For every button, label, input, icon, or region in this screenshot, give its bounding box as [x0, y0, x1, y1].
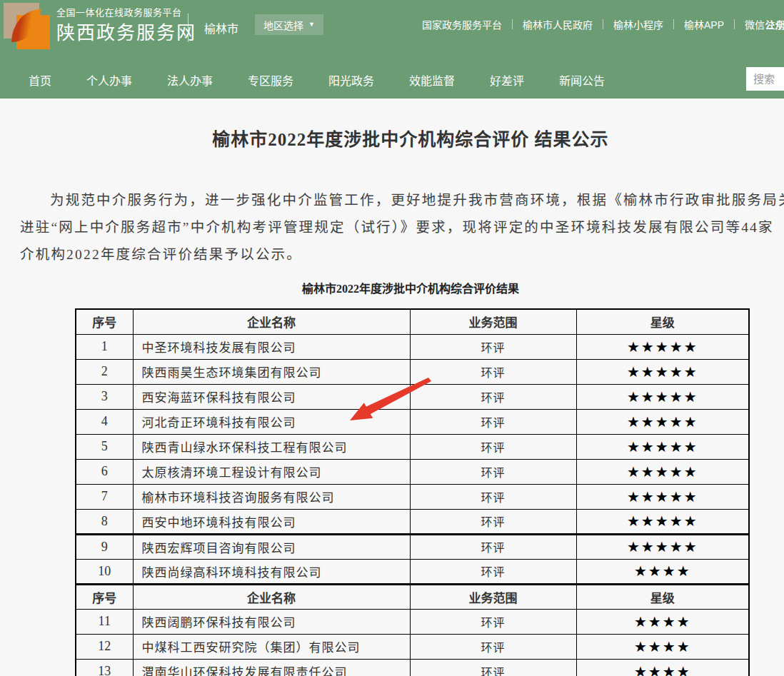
page: 全国一体化在线政务服务平台 陕西政务服务网 榆林市 地区选择 ▼ 国家政务服务平…: [0, 0, 784, 676]
table-row: 12中煤科工西安研究院（集团）有限公司环评★★★★: [76, 634, 749, 659]
cell-no: 3: [76, 384, 133, 409]
chevron-down-icon: ▼: [308, 21, 315, 28]
cell-name: 陕西尚绿高科环境科技有限公司: [133, 559, 410, 584]
cell-name: 陕西宏辉项目咨询有限公司: [133, 534, 410, 559]
cell-scope: 环评: [410, 459, 576, 484]
cell-scope: 环评: [410, 484, 576, 509]
cell-stars: ★★★★: [576, 559, 749, 584]
nav-item[interactable]: 首页: [29, 71, 51, 89]
cell-scope: 环评: [410, 434, 576, 459]
cell-name: 渭南华山环保科技发展有限责任公司: [133, 659, 410, 676]
table-row: 11陕西阔鹏环保科技有限公司环评★★★★: [76, 609, 749, 634]
cell-no: 13: [76, 659, 133, 676]
nav-item[interactable]: 个人办事: [86, 71, 132, 89]
column-header: 业务范围: [410, 584, 576, 609]
main-nav: 首页个人办事法人办事专区服务阳光政务效能监督好差评新闻公告: [29, 66, 605, 94]
announcement-document: 榆林市2022年度涉批中介机构综合评价 结果公示 为规范中介服务行为，进一步强化…: [0, 127, 784, 676]
table-row: 6太原核清环境工程设计有限公司环评★★★★★: [76, 459, 749, 484]
table-row: 5陕西青山绿水环保科技工程有限公司环评★★★★★: [76, 434, 749, 459]
cell-name: 河北奇正环境科技有限公司: [133, 409, 410, 434]
table-caption: 榆林市2022年度涉批中介机构综合评价结果: [0, 281, 784, 297]
cell-no: 1: [76, 334, 133, 359]
table-row: 7榆林市环境科技咨询服务有限公司环评★★★★★: [76, 484, 749, 509]
cell-no: 9: [76, 534, 133, 559]
cell-stars: ★★★★★: [576, 484, 749, 509]
cell-no: 12: [76, 634, 133, 659]
header-link[interactable]: 国家政务服务平台: [412, 17, 512, 31]
cell-stars: ★★★★: [576, 659, 749, 676]
cell-no: 4: [76, 409, 133, 434]
cell-scope: 环评: [410, 359, 576, 384]
region-selector-button[interactable]: 地区选择 ▼: [255, 14, 323, 35]
cell-no: 2: [76, 359, 133, 384]
cell-scope: 环评: [410, 384, 576, 409]
cell-stars: ★★★★★: [576, 334, 749, 359]
nav-item[interactable]: 好差评: [490, 71, 524, 89]
cell-name: 陕西雨昊生态环境集团有限公司: [133, 359, 410, 384]
table-header-row: 序号企业名称业务范围星级: [76, 309, 749, 334]
table-wrap: 序号企业名称业务范围星级1中圣环境科技发展有限公司环评★★★★★2陕西雨昊生态环…: [75, 308, 748, 676]
header-link[interactable]: 榆林小程序: [603, 17, 673, 31]
table-header-row: 序号企业名称业务范围星级: [76, 584, 749, 609]
cell-stars: ★★★★★: [576, 359, 749, 384]
cell-name: 中煤科工西安研究院（集团）有限公司: [133, 634, 410, 659]
nav-item[interactable]: 阳光政务: [328, 71, 374, 89]
cell-stars: ★★★★★: [576, 434, 749, 459]
paragraph-line: 为规范中介服务行为，进一步强化中介监管工作，更好地提升我市营商环境，根据《榆林市…: [20, 187, 784, 214]
table-row: 4河北奇正环境科技有限公司环评★★★★★: [76, 409, 749, 434]
cell-scope: 环评: [410, 634, 576, 659]
cell-no: 7: [76, 484, 133, 509]
current-city-label: 榆林市: [204, 19, 238, 36]
header-link[interactable]: 榆林市人民政府: [513, 17, 603, 31]
cell-no: 10: [76, 559, 133, 584]
search-input[interactable]: [746, 67, 784, 91]
column-header: 星级: [576, 309, 749, 334]
nav-item[interactable]: 新闻公告: [559, 71, 605, 89]
site-header: 全国一体化在线政务服务平台 陕西政务服务网 榆林市 地区选择 ▼ 国家政务服务平…: [0, 0, 784, 99]
site-logo-icon[interactable]: [4, 3, 51, 50]
cell-scope: 环评: [410, 659, 576, 676]
page-title: 榆林市2022年度涉批中介机构综合评价 结果公示: [0, 127, 784, 152]
nav-item[interactable]: 效能监督: [409, 71, 455, 89]
cell-stars: ★★★★: [576, 609, 749, 634]
register-link[interactable]: 注册: [765, 17, 784, 31]
cell-no: 8: [76, 509, 133, 534]
cell-scope: 环评: [410, 334, 576, 359]
cell-stars: ★★★★★: [576, 459, 749, 484]
cell-stars: ★★★★: [576, 634, 749, 659]
nav-item[interactable]: 法人办事: [167, 71, 213, 89]
cell-no: 6: [76, 459, 133, 484]
announcement-paragraph: 为规范中介服务行为，进一步强化中介监管工作，更好地提升我市营商环境，根据《榆林市…: [20, 187, 784, 268]
cell-stars: ★★★★★: [576, 384, 749, 409]
nav-item[interactable]: 专区服务: [248, 71, 293, 89]
table-row: 8西安中地环境科技有限公司环评★★★★★: [76, 509, 749, 534]
cell-stars: ★★★★★: [576, 509, 749, 534]
header-link[interactable]: 榆林APP: [674, 17, 734, 31]
column-header: 业务范围: [410, 309, 576, 334]
cell-scope: 环评: [410, 534, 576, 559]
cell-name: 西安中地环境科技有限公司: [133, 509, 410, 534]
cell-scope: 环评: [410, 409, 576, 434]
cell-name: 陕西青山绿水环保科技工程有限公司: [133, 434, 410, 459]
cell-name: 太原核清环境工程设计有限公司: [133, 459, 410, 484]
evaluation-table: 序号企业名称业务范围星级1中圣环境科技发展有限公司环评★★★★★2陕西雨昊生态环…: [75, 308, 750, 676]
column-header: 序号: [76, 309, 133, 334]
paragraph-line: 介机构2022年度综合评价结果予以公示。: [20, 241, 784, 268]
brand-divider: [188, 14, 189, 42]
header-links: 国家政务服务平台榆林市人民政府榆林小程序榆林APP微信公众号: [412, 17, 784, 31]
cell-scope: 环评: [410, 609, 576, 634]
cell-no: 11: [76, 609, 133, 634]
site-name: 陕西政务服务网: [56, 24, 196, 42]
cell-scope: 环评: [410, 509, 576, 534]
paragraph-line: 进驻“网上中介服务超市”中介机构考评管理规定（试行）》要求，现将评定的中圣环境科…: [20, 214, 784, 241]
cell-no: 5: [76, 434, 133, 459]
table-row: 2陕西雨昊生态环境集团有限公司环评★★★★★: [76, 359, 749, 384]
platform-tagline: 全国一体化在线政务服务平台: [56, 8, 196, 17]
column-header: 星级: [576, 584, 749, 609]
table-row: 1中圣环境科技发展有限公司环评★★★★★: [76, 334, 749, 359]
table-row: 9陕西宏辉项目咨询有限公司环评★★★★★: [76, 534, 749, 559]
region-selector-label: 地区选择: [263, 18, 303, 32]
cell-name: 榆林市环境科技咨询服务有限公司: [133, 484, 410, 509]
cell-name: 中圣环境科技发展有限公司: [133, 334, 410, 359]
cell-name: 陕西阔鹏环保科技有限公司: [133, 609, 410, 634]
